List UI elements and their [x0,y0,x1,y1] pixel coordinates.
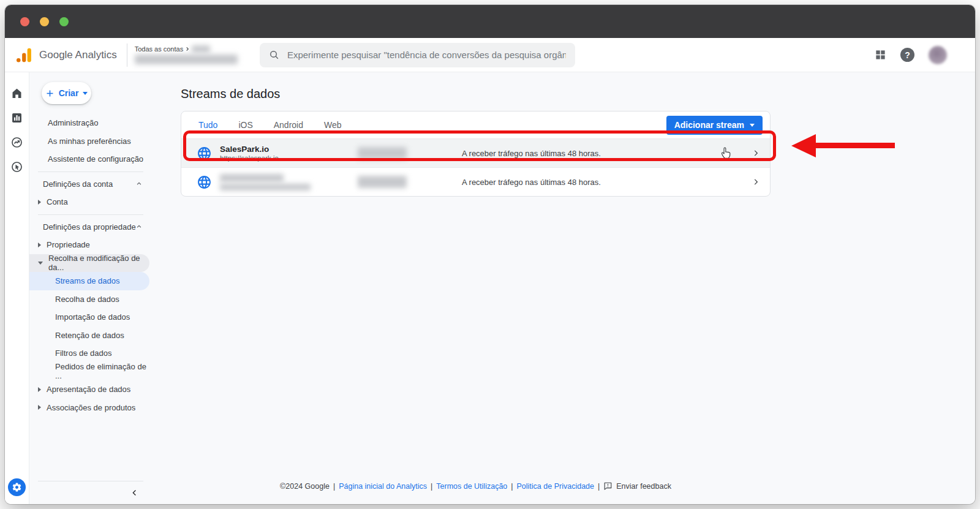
stream-row-redacted[interactable]: A receber tráfego nas últimas 48 horas. [181,167,770,196]
tree-item-label: Associações de produtos [47,403,135,412]
create-button[interactable]: Criar [42,82,91,104]
page-title: Streams de dados [181,87,771,101]
redacted-stream-url [220,184,311,190]
search-input[interactable]: Experimente pesquisar "tendência de conv… [287,50,566,60]
send-feedback-label: Enviar feedback [616,482,671,491]
tree-item-label: Recolha e modificação de da... [48,254,149,272]
sidebar-item-retencao-de-dados[interactable]: Retenção de dados [29,326,152,345]
sidebar-divider [38,172,143,172]
titlebar [5,5,975,38]
collapse-arrow-icon [38,262,43,265]
admin-sidebar: Criar Administração As minhas preferênci… [29,72,152,504]
send-feedback-button[interactable]: Enviar feedback [603,481,671,491]
sub-item-label: Filtros de dados [55,349,112,358]
advertising-icon[interactable] [10,160,23,173]
apps-grid-icon[interactable] [875,49,886,61]
admin-gear-icon[interactable] [8,478,26,496]
tree-item-recolha-modificacao[interactable]: Recolha e modificação de da... [29,254,149,273]
stream-status: A receber tráfego nas últimas 48 horas. [462,149,720,158]
feedback-icon [603,481,612,491]
chevron-down-icon [750,124,755,127]
redacted-account-name [135,55,238,64]
tab-android[interactable]: Android [274,120,303,130]
footer-separator: | [333,482,335,491]
redacted-stream-id [358,176,407,188]
sub-item-label: Retenção de dados [55,331,124,340]
sidebar-item-importacao-de-dados[interactable]: Importação de dados [29,308,152,326]
tab-ios[interactable]: iOS [238,120,252,130]
sidebar-divider [38,214,143,215]
footer-link-privacy[interactable]: Politica de Privacidade [517,482,594,491]
chevron-up-icon [136,224,142,230]
brand-title: Google Analytics [39,49,117,61]
redacted-breadcrumb-fragment [192,45,210,53]
search-icon [269,49,279,61]
help-glyph: ? [905,50,910,60]
tab-web[interactable]: Web [324,120,342,130]
nav-rail [5,72,29,504]
sidebar-item-filtros-de-dados[interactable]: Filtros de dados [29,344,152,363]
chevron-right-icon[interactable] [752,178,760,186]
sub-item-label: Streams de dados [55,276,120,285]
sidebar-item-streams-de-dados[interactable]: Streams de dados [29,272,149,290]
footer-separator: | [511,482,513,491]
app-window: Google Analytics Todas as contas Experim… [5,5,975,504]
reports-icon[interactable] [10,111,23,124]
section-definicoes-propriedade[interactable]: Definições da propriedade [29,218,152,236]
close-window-button[interactable] [20,17,29,26]
sidebar-item-pedidos-eliminacao[interactable]: Pedidos de eliminação de ... [29,363,152,381]
stream-row-salespark[interactable]: SalesPark.io https://salespark.io A rece… [181,138,770,167]
sub-item-label: Importação de dados [55,312,130,322]
tree-item-associacoes-de-produtos[interactable]: Associações de produtos [29,399,152,417]
tree-item-conta[interactable]: Conta [29,193,152,211]
breadcrumb[interactable]: Todas as contas [135,45,249,64]
create-button-label: Criar [59,88,79,98]
sidebar-item-recolha-de-dados[interactable]: Recolha de dados [29,290,152,309]
avatar[interactable] [929,46,947,64]
minimize-window-button[interactable] [40,17,49,26]
tree-item-label: Propriedade [47,240,90,249]
add-stream-label: Adicionar stream [674,120,744,130]
tree-item-propriedade[interactable]: Propriedade [29,236,152,254]
copyright-text: ©2024 Google [280,482,330,491]
footer-separator: | [598,482,600,491]
top-app-bar: Google Analytics Todas as contas Experim… [5,38,975,72]
collapse-sidebar-icon[interactable] [130,489,138,497]
zoom-window-button[interactable] [59,17,69,26]
stream-name: SalesPark.io [220,145,358,154]
breadcrumb-chevron-icon [185,47,190,51]
sidebar-item-assistente[interactable]: Assistente de configuração [29,150,152,168]
hand-cursor-icon [720,147,731,160]
expand-arrow-icon [38,405,41,410]
chevron-down-icon [83,92,88,95]
expand-arrow-icon [38,200,41,205]
sidebar-item-label: As minhas preferências [48,137,131,146]
tree-item-apresentacao-de-dados[interactable]: Apresentação de dados [29,380,152,399]
home-icon[interactable] [10,87,23,100]
chevron-right-icon[interactable] [752,149,760,157]
help-icon[interactable]: ? [900,48,914,62]
plus-icon [45,89,55,98]
sidebar-bottom-divider [38,481,143,481]
stream-url: https://salespark.io [220,154,358,162]
streams-card: Tudo iOS Android Web Adicionar stream [181,111,771,197]
explore-icon[interactable] [10,136,23,149]
add-stream-button[interactable]: Adicionar stream [666,116,763,135]
analytics-logo[interactable]: Google Analytics [5,46,126,64]
footer: ©2024 Google | Página inicial do Analyti… [181,481,771,504]
footer-link-analytics-home[interactable]: Página inicial do Analytics [339,482,427,491]
sidebar-item-administracao[interactable]: Administração [29,114,152,132]
expand-arrow-icon [38,243,41,247]
section-definicoes-conta[interactable]: Definições da conta [29,175,152,194]
footer-link-terms[interactable]: Termos de Utilização [436,482,507,491]
globe-icon [197,175,212,190]
chevron-up-icon [136,181,142,187]
sidebar-item-preferencias[interactable]: As minhas preferências [29,132,152,151]
main-content: Streams de dados Tudo iOS Android Web Ad… [152,72,975,504]
sidebar-item-label: Administração [48,118,98,127]
tab-tudo[interactable]: Tudo [198,120,217,130]
stream-status: A receber tráfego nas últimas 48 horas. [462,178,752,187]
search-bar[interactable]: Experimente pesquisar "tendência de conv… [260,43,575,67]
analytics-logo-icon [15,46,33,64]
sub-item-label: Pedidos de eliminação de ... [55,362,152,380]
